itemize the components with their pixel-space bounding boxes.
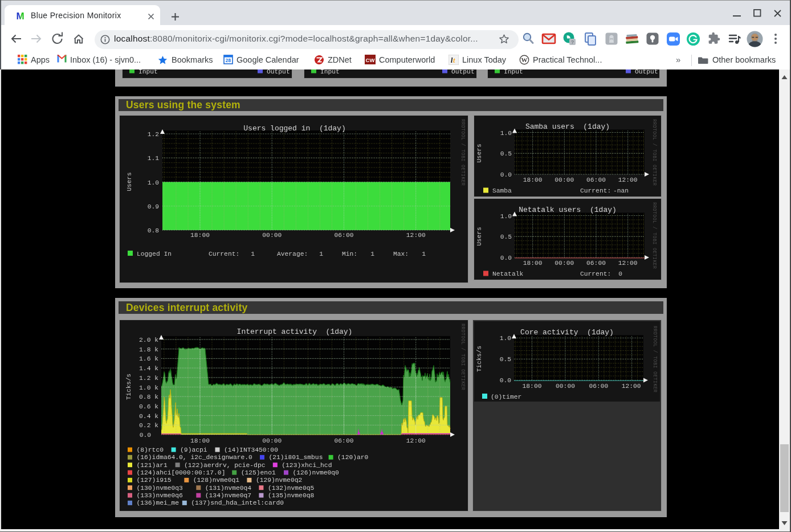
svg-text:(8)rtc0: (8)rtc0 bbox=[137, 447, 164, 453]
svg-text:1.0 k: 1.0 k bbox=[139, 384, 158, 391]
svg-text:(0)timer: (0)timer bbox=[491, 394, 521, 400]
svg-text:Current:: Current: bbox=[580, 271, 611, 277]
svg-text:12:00: 12:00 bbox=[406, 437, 426, 444]
svg-text:18:00: 18:00 bbox=[190, 437, 210, 444]
svg-text:(133)nvme0q6: (133)nvme0q6 bbox=[137, 492, 184, 499]
svg-text:0.9: 0.9 bbox=[148, 203, 159, 210]
svg-text:(120)ar0: (120)ar0 bbox=[337, 454, 368, 461]
svg-text:1.1: 1.1 bbox=[148, 155, 160, 162]
svg-text:06:00: 06:00 bbox=[586, 260, 606, 267]
svg-text:(128)nvme0q1: (128)nvme0q1 bbox=[193, 477, 240, 484]
svg-text:00:00: 00:00 bbox=[556, 383, 575, 390]
svg-text:00:00: 00:00 bbox=[262, 232, 282, 239]
svg-text:(127)i915: (127)i915 bbox=[137, 477, 172, 484]
svg-text:-nan: -nan bbox=[613, 187, 629, 194]
svg-text:1: 1 bbox=[251, 251, 255, 257]
svg-text:Ticks/s: Ticks/s bbox=[476, 346, 483, 372]
svg-text:Max:: Max: bbox=[393, 251, 409, 257]
svg-text:(129)nvme0q2: (129)nvme0q2 bbox=[256, 477, 302, 484]
svg-text:CW: CW bbox=[366, 57, 375, 63]
svg-text:00:00: 00:00 bbox=[262, 437, 282, 444]
svg-text:18:00: 18:00 bbox=[523, 383, 542, 390]
svg-text:W: W bbox=[521, 56, 528, 63]
svg-text:Output: Output bbox=[451, 69, 475, 75]
svg-text:0.5: 0.5 bbox=[500, 234, 512, 240]
svg-text:12:00: 12:00 bbox=[618, 177, 638, 183]
svg-text:Logged In: Logged In bbox=[137, 251, 172, 257]
svg-text:(122)aerdrv, pcie-dpc: (122)aerdrv, pcie-dpc bbox=[184, 462, 265, 469]
svg-text:(137)snd_hda_intel:card0: (137)snd_hda_intel:card0 bbox=[191, 500, 284, 506]
svg-text:18:00: 18:00 bbox=[523, 260, 543, 267]
svg-text:(130)nvme0q3: (130)nvme0q3 bbox=[137, 485, 184, 492]
svg-text:12:00: 12:00 bbox=[622, 383, 641, 390]
svg-text:RRDTOOL / TOBI OETIKER: RRDTOOL / TOBI OETIKER bbox=[651, 119, 657, 186]
svg-text:Current:: Current: bbox=[209, 251, 239, 257]
svg-text:(121)ar1: (121)ar1 bbox=[137, 462, 168, 469]
svg-text:1: 1 bbox=[422, 251, 426, 257]
svg-text:12:00: 12:00 bbox=[618, 260, 638, 267]
svg-text:Samba users (1day): Samba users (1day) bbox=[525, 122, 610, 131]
svg-text:0.4 k: 0.4 k bbox=[139, 413, 158, 420]
svg-text:Core activity (1day): Core activity (1day) bbox=[520, 328, 614, 337]
svg-text:(134)nvme0q7: (134)nvme0q7 bbox=[205, 492, 251, 499]
svg-text:06:00: 06:00 bbox=[335, 232, 354, 239]
svg-text:0.5: 0.5 bbox=[500, 356, 512, 363]
svg-text:0.8 k: 0.8 k bbox=[139, 394, 158, 400]
svg-text:Min:: Min: bbox=[342, 251, 357, 257]
svg-text:Output: Output bbox=[635, 69, 658, 75]
svg-text:Current:: Current: bbox=[580, 187, 611, 194]
svg-text:(126)nvme0q0: (126)nvme0q0 bbox=[293, 469, 340, 476]
svg-text:1.2: 1.2 bbox=[148, 131, 159, 138]
svg-text:RRDTOOL / TOBI OETIKER: RRDTOOL / TOBI OETIKER bbox=[652, 326, 658, 392]
svg-text:0: 0 bbox=[618, 271, 622, 277]
svg-text:Input: Input bbox=[320, 69, 340, 75]
svg-text:(132)nvme0q5: (132)nvme0q5 bbox=[268, 485, 315, 492]
svg-text:Output: Output bbox=[267, 69, 290, 75]
svg-text:06:00: 06:00 bbox=[335, 437, 354, 444]
svg-text:Users: Users bbox=[476, 227, 483, 245]
svg-text:(9)acpi: (9)acpi bbox=[180, 447, 207, 453]
svg-text:18:00: 18:00 bbox=[523, 177, 543, 183]
svg-text:(125)eno1: (125)eno1 bbox=[241, 469, 276, 476]
svg-text:06:00: 06:00 bbox=[586, 177, 606, 183]
svg-text:06:00: 06:00 bbox=[589, 383, 608, 390]
svg-text:(124)ahci[0000:00:17.0]: (124)ahci[0000:00:17.0] bbox=[137, 469, 226, 476]
svg-text:1.0: 1.0 bbox=[148, 179, 160, 186]
svg-text:(14)INT3450:00: (14)INT3450:00 bbox=[224, 447, 278, 453]
svg-text:Users logged in (1day): Users logged in (1day) bbox=[243, 124, 345, 133]
svg-text:1.0: 1.0 bbox=[500, 130, 512, 137]
svg-text:12:00: 12:00 bbox=[406, 232, 426, 239]
svg-text:(135)nvme0q8: (135)nvme0q8 bbox=[268, 492, 315, 499]
svg-text:28: 28 bbox=[226, 58, 231, 63]
svg-text:00:00: 00:00 bbox=[554, 177, 574, 183]
svg-text:1.8 k: 1.8 k bbox=[139, 346, 158, 353]
svg-text:00:00: 00:00 bbox=[554, 260, 574, 267]
svg-text:1.6 k: 1.6 k bbox=[139, 355, 158, 362]
svg-text:0.5: 0.5 bbox=[500, 150, 512, 157]
svg-text:Users: Users bbox=[476, 144, 483, 162]
svg-text:Ticks/s: Ticks/s bbox=[125, 374, 132, 400]
svg-text:(136)mei_me: (136)mei_me bbox=[137, 500, 180, 506]
svg-text:1.4 k: 1.4 k bbox=[139, 365, 158, 372]
svg-text:0.6 k: 0.6 k bbox=[139, 403, 158, 410]
svg-text:1.0: 1.0 bbox=[500, 213, 512, 220]
svg-text:(16)idma64.0, i2c_designware.0: (16)idma64.0, i2c_designware.0 bbox=[137, 454, 253, 461]
svg-text:1: 1 bbox=[370, 251, 374, 257]
svg-text:0.0: 0.0 bbox=[140, 432, 152, 439]
svg-text:0.2 k: 0.2 k bbox=[139, 422, 158, 429]
svg-text:Users: Users bbox=[126, 172, 133, 191]
svg-text:Input: Input bbox=[504, 69, 523, 75]
svg-text:Average:: Average: bbox=[277, 251, 308, 257]
svg-text:RRDTOOL / TOBI OETIKER: RRDTOOL / TOBI OETIKER bbox=[651, 202, 657, 269]
svg-text:1.0: 1.0 bbox=[500, 335, 512, 342]
svg-text:1.2 k: 1.2 k bbox=[139, 375, 158, 382]
svg-text:Netatalk: Netatalk bbox=[492, 271, 523, 277]
svg-text:0.8: 0.8 bbox=[148, 227, 160, 234]
svg-text:Interrupt activity (1day): Interrupt activity (1day) bbox=[237, 328, 353, 336]
svg-text:2.0 k: 2.0 k bbox=[139, 337, 158, 343]
svg-text:RRDTOOL / TOBI OETIKER: RRDTOOL / TOBI OETIKER bbox=[460, 324, 466, 390]
svg-text:Samba: Samba bbox=[492, 187, 512, 194]
svg-text:(123)xhci_hcd: (123)xhci_hcd bbox=[282, 462, 332, 469]
svg-text:?: ? bbox=[571, 39, 574, 45]
svg-text:RRDTOOL / TOBI OETIKER: RRDTOOL / TOBI OETIKER bbox=[460, 119, 466, 186]
